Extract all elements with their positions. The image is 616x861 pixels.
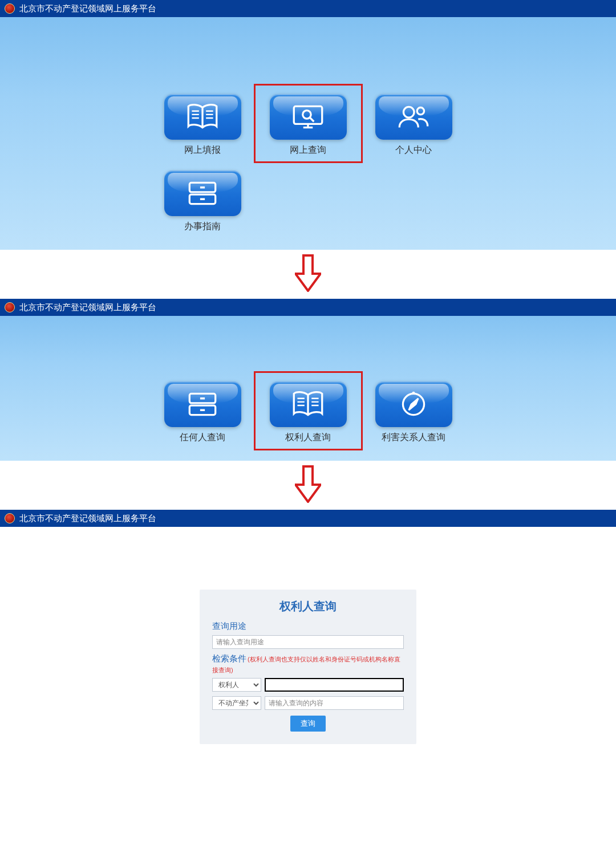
arrow-down-icon: [295, 465, 321, 503]
emblem-icon: [5, 513, 15, 523]
book-icon: [184, 103, 221, 131]
book-icon: [289, 390, 327, 419]
app-title: 北京市不动产登记领域网上服务平台: [19, 3, 156, 14]
arrow-1: [0, 250, 616, 299]
query-form: 权利人查询 查询用途 检索条件(权利人查询也支持仅以姓名和身份证号码或机构名称直…: [200, 590, 416, 744]
usage-input[interactable]: [212, 635, 404, 649]
tile-label: 网上查询: [290, 144, 326, 156]
header-bar: 北京市不动产登记领域网上服务平台: [0, 299, 616, 316]
tile-label: 个人中心: [395, 144, 432, 156]
tile-user-center[interactable]: 个人中心: [370, 94, 458, 156]
svg-point-3: [417, 108, 424, 115]
tile-online-fill[interactable]: 网上填报: [159, 94, 247, 156]
usage-label: 查询用途: [212, 621, 404, 632]
arrow-down-icon: [295, 254, 321, 292]
panel-step-3: 北京市不动产登记领域网上服务平台 权利人查询 查询用途 检索条件(权利人查询也支…: [0, 510, 616, 744]
tile-anyone-query[interactable]: 任何人查询: [159, 381, 247, 444]
panel-step-1: 北京市不动产登记领域网上服务平台 网上填报 网上查询: [0, 0, 616, 250]
app-title: 北京市不动产登记领域网上服务平台: [19, 513, 156, 524]
svg-point-9: [412, 392, 415, 395]
criteria-type-select-2[interactable]: 不动产坐落: [212, 696, 261, 710]
tile-label: 网上填报: [184, 144, 221, 156]
svg-point-1: [303, 111, 311, 119]
tile-online-query[interactable]: 网上查询: [264, 94, 352, 156]
svg-rect-0: [294, 106, 322, 124]
panel-step-2: 北京市不动产登记领域网上服务平台 任何人查询 权利人查询: [0, 299, 616, 461]
tile-label: 权利人查询: [285, 432, 331, 444]
emblem-icon: [5, 302, 15, 312]
app-title: 北京市不动产登记领域网上服务平台: [19, 302, 156, 313]
criteria-label-text: 检索条件: [212, 653, 246, 663]
tile-label: 利害关系人查询: [382, 432, 445, 444]
emblem-icon: [5, 3, 15, 14]
criteria-type-select-1[interactable]: 权利人: [212, 678, 261, 692]
form-title: 权利人查询: [212, 599, 404, 614]
monitor-search-icon: [289, 103, 327, 131]
arrow-2: [0, 461, 616, 510]
criteria-value-input-1[interactable]: [265, 678, 404, 692]
tile-grid-1: 网上填报 网上查询: [0, 17, 616, 233]
archive-icon: [184, 179, 221, 208]
header-bar: 北京市不动产登记领域网上服务平台: [0, 0, 616, 17]
submit-button[interactable]: 查询: [290, 716, 326, 732]
tile-grid-2: 任何人查询 权利人查询 利害关系人查询: [0, 316, 616, 444]
archive-icon: [184, 390, 221, 419]
svg-point-2: [403, 107, 414, 117]
compass-icon: [395, 390, 432, 419]
tile-label: 任何人查询: [180, 432, 225, 444]
tile-label: 办事指南: [184, 221, 221, 233]
tile-stakeholder-query[interactable]: 利害关系人查询: [370, 381, 458, 444]
criteria-value-input-2[interactable]: [265, 696, 404, 710]
criteria-label: 检索条件(权利人查询也支持仅以姓名和身份证号码或机构名称直接查询): [212, 653, 404, 675]
header-bar: 北京市不动产登记领域网上服务平台: [0, 510, 616, 527]
users-icon: [395, 103, 432, 131]
tile-guide[interactable]: 办事指南: [159, 170, 247, 233]
tile-owner-query[interactable]: 权利人查询: [264, 381, 352, 444]
